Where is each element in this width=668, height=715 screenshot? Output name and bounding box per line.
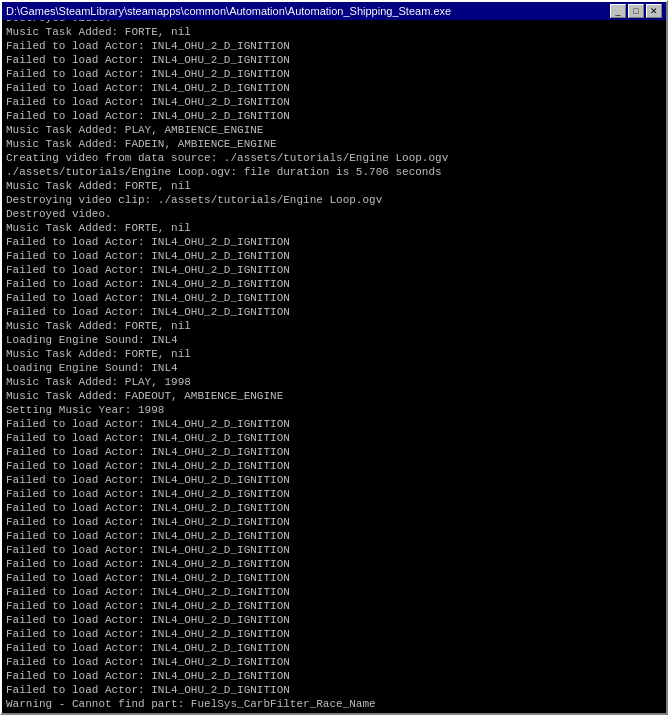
log-line: Failed to load Actor: INL4_OHU_2_D_IGNIT…: [6, 305, 662, 319]
log-line: Destroyed video.: [6, 207, 662, 221]
log-line: Destroying video clip: ./assets/tutorial…: [6, 193, 662, 207]
maximize-button[interactable]: □: [628, 4, 644, 18]
log-line: Failed to load Actor: INL4_OHU_2_D_IGNIT…: [6, 487, 662, 501]
log-line: Failed to load Actor: INL4_OHU_2_D_IGNIT…: [6, 291, 662, 305]
log-line: Failed to load Actor: INL4_OHU_2_D_IGNIT…: [6, 501, 662, 515]
log-line: Music Task Added: FORTE, nil: [6, 347, 662, 361]
log-line: Loading Engine Sound: INL4: [6, 333, 662, 347]
log-line: Failed to load Actor: INL4_OHU_2_D_IGNIT…: [6, 277, 662, 291]
log-line: Failed to load Actor: INL4_OHU_2_D_IGNIT…: [6, 557, 662, 571]
log-line: Failed to load Actor: INL4_OHU_2_D_IGNIT…: [6, 459, 662, 473]
console-output: Destroyed video.Creating video from data…: [2, 20, 666, 713]
main-window: D:\Games\SteamLibrary\steamapps\common\A…: [0, 0, 668, 715]
log-line: Music Task Added: FADEIN, AMBIENCE_ENGIN…: [6, 137, 662, 151]
log-line: Failed to load Actor: INL4_OHU_2_D_IGNIT…: [6, 263, 662, 277]
log-line: Failed to load Actor: INL4_OHU_2_D_IGNIT…: [6, 445, 662, 459]
log-line: Failed to load Actor: INL4_OHU_2_D_IGNIT…: [6, 585, 662, 599]
log-line: Warning - Cannot find part: FuelSys_Carb…: [6, 697, 662, 711]
log-line: Failed to load Actor: INL4_OHU_2_D_IGNIT…: [6, 571, 662, 585]
log-line: Loading Engine Sound: INL4: [6, 361, 662, 375]
log-line: ./assets/tutorials/Engine Loop.ogv: file…: [6, 165, 662, 179]
log-line: Failed to load Actor: INL4_OHU_2_D_IGNIT…: [6, 67, 662, 81]
log-line: Failed to load Actor: INL4_OHU_2_D_IGNIT…: [6, 627, 662, 641]
log-line: Failed to load Actor: INL4_OHU_2_D_IGNIT…: [6, 53, 662, 67]
log-line: Failed to load Actor: INL4_OHU_2_D_IGNIT…: [6, 543, 662, 557]
log-line: Failed to load Actor: INL4_OHU_2_D_IGNIT…: [6, 599, 662, 613]
log-line: Failed to load Actor: INL4_OHU_2_D_IGNIT…: [6, 417, 662, 431]
log-line: Failed to load Actor: INL4_OHU_2_D_IGNIT…: [6, 95, 662, 109]
log-line: Music Task Added: FORTE, nil: [6, 25, 662, 39]
log-line: Music Task Added: FORTE, nil: [6, 319, 662, 333]
log-line: Failed to load Actor: INL4_OHU_2_D_IGNIT…: [6, 39, 662, 53]
log-line: Failed to load Actor: INL4_OHU_2_D_IGNIT…: [6, 235, 662, 249]
log-line: Failed to load Actor: INL4_OHU_2_D_IGNIT…: [6, 473, 662, 487]
log-line: Music Task Added: FORTE, nil: [6, 221, 662, 235]
log-line: Failed to load Actor: INL4_OHU_2_D_IGNIT…: [6, 81, 662, 95]
log-line: Music Task Added: PLAY, 1998: [6, 375, 662, 389]
log-line: Failed to load Actor: INL4_OHU_2_D_IGNIT…: [6, 515, 662, 529]
title-bar-buttons: _ □ ✕: [610, 4, 662, 18]
window-title: D:\Games\SteamLibrary\steamapps\common\A…: [6, 5, 451, 17]
log-line: Failed to load Actor: INL4_OHU_2_D_IGNIT…: [6, 683, 662, 697]
log-line: Music Task Added: FORTE, nil: [6, 179, 662, 193]
log-line: Failed to load Actor: INL4_OHU_2_D_IGNIT…: [6, 641, 662, 655]
log-line: Failed to load Actor: INL4_OHU_2_D_IGNIT…: [6, 109, 662, 123]
log-line: Failed to load Actor: INL4_OHU_2_D_IGNIT…: [6, 655, 662, 669]
close-button[interactable]: ✕: [646, 4, 662, 18]
log-line: Creating video from data source: ./asset…: [6, 151, 662, 165]
log-line: Setting Music Year: 1998: [6, 403, 662, 417]
log-line: Music Task Added: PLAY, AMBIENCE_ENGINE: [6, 123, 662, 137]
minimize-button[interactable]: _: [610, 4, 626, 18]
log-line: Failed to load Actor: INL4_OHU_2_D_IGNIT…: [6, 249, 662, 263]
log-line: Failed to load Actor: INL4_OHU_2_D_IGNIT…: [6, 529, 662, 543]
title-bar: D:\Games\SteamLibrary\steamapps\common\A…: [2, 2, 666, 20]
log-line: Failed to load Actor: INL4_OHU_2_D_IGNIT…: [6, 431, 662, 445]
log-line: Failed to load Actor: INL4_OHU_2_D_IGNIT…: [6, 613, 662, 627]
log-line: Failed to load Actor: INL4_OHU_2_D_IGNIT…: [6, 669, 662, 683]
log-line: Music Task Added: FADEOUT, AMBIENCE_ENGI…: [6, 389, 662, 403]
